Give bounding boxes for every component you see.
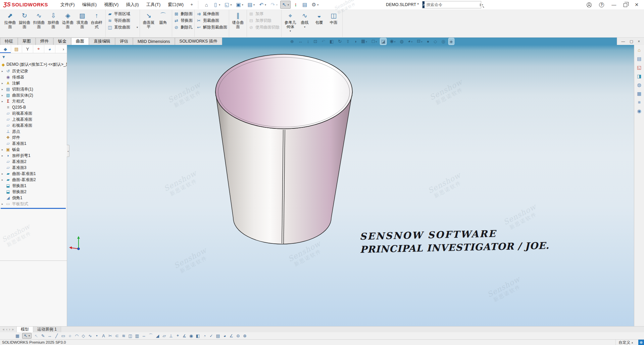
document-tab[interactable]: 模型 bbox=[17, 327, 33, 332]
command-tab[interactable]: 评估 bbox=[115, 38, 133, 45]
tree-item[interactable]: ▸ A 注解 bbox=[0, 80, 67, 86]
expand-arrow-icon[interactable]: ▸ bbox=[2, 172, 5, 175]
close-button[interactable]: ✕ bbox=[635, 2, 639, 7]
command-tab[interactable]: 焊件 bbox=[36, 38, 53, 45]
quickbar-button[interactable]: ↖ bbox=[280, 1, 291, 9]
tab-nav-icon[interactable]: » bbox=[12, 328, 14, 331]
toolbar-tool-icon[interactable]: ⇔ bbox=[142, 334, 146, 338]
menu-item[interactable]: 窗口(W) bbox=[164, 0, 187, 9]
graphics-area[interactable]: Senshow新思诺软件 Senshow新思诺软件 Senshow新思诺软件 S… bbox=[67, 45, 634, 326]
toolbar-tool-icon[interactable]: ▥ bbox=[135, 333, 139, 338]
view-toolbar-icon[interactable]: ↕ bbox=[306, 38, 310, 45]
toolbar-tool-icon[interactable]: ▱ bbox=[162, 333, 166, 338]
tab-nav-icon[interactable]: ‹ bbox=[6, 328, 7, 331]
toolbar-tool-icon[interactable]: ◧ bbox=[196, 333, 200, 338]
view-toolbar-icon[interactable]: ◑ bbox=[353, 38, 358, 45]
toolbar-tool-icon[interactable]: ○ bbox=[68, 334, 72, 338]
tree-item[interactable]: ▸ ▰ 曲面-基准面2 bbox=[0, 177, 67, 183]
tree-item[interactable]: ◉ 传感器 bbox=[0, 74, 67, 80]
tree-item[interactable]: ▸ ▧ 曲面实体(2) bbox=[0, 92, 67, 98]
tree-item[interactable]: ▸ ▰ 曲面-基准面1 bbox=[0, 171, 67, 177]
ribbon-button[interactable]: ∿扫描曲面 bbox=[32, 10, 46, 29]
view-toolbar-icon[interactable]: ◧ bbox=[329, 38, 335, 45]
view-toolbar-icon[interactable]: ◻ bbox=[370, 38, 378, 45]
tree-item[interactable]: ▱ 基准面1 bbox=[0, 140, 67, 147]
cylinder-model[interactable] bbox=[67, 45, 634, 326]
command-tab[interactable]: SOLIDWORKS 插件 bbox=[175, 38, 222, 45]
search-input[interactable] bbox=[425, 2, 480, 7]
view-toolbar-icon[interactable]: ↔ bbox=[297, 38, 304, 45]
ribbon-button[interactable]: ⌖参考几何体 bbox=[283, 10, 297, 34]
view-toolbar-icon[interactable]: ▦ bbox=[360, 38, 368, 45]
toolbar-tool-icon[interactable]: ✂ bbox=[108, 333, 112, 338]
ribbon-button[interactable]: ⊟加厚切除 bbox=[249, 18, 271, 23]
ribbon-button[interactable]: ⊞加厚 bbox=[249, 11, 263, 16]
toolbar-tool-icon[interactable]: ↔ bbox=[48, 334, 52, 338]
view-toolbar-icon[interactable]: ↻ bbox=[337, 38, 343, 45]
panel-tab[interactable]: ◆ bbox=[0, 45, 11, 53]
minimize-button[interactable]: — bbox=[611, 2, 616, 7]
customize-button[interactable]: 自定义▴ bbox=[615, 340, 636, 345]
tree-item[interactable]: ⬓ 替换面1 bbox=[0, 183, 67, 189]
expand-arrow-icon[interactable]: ▸ bbox=[2, 82, 5, 85]
tree-item[interactable]: ▸ ▣ 钣金 bbox=[0, 147, 67, 153]
toolbar-tool-icon[interactable]: ✎ bbox=[41, 333, 45, 338]
toolbar-tool-icon[interactable]: ✓ bbox=[209, 333, 213, 338]
toolbar-tool-icon[interactable]: ∠ bbox=[229, 333, 233, 338]
doc-window-button[interactable]: ▢ bbox=[630, 39, 633, 44]
tree-item[interactable]: ⬓ 替换面2 bbox=[0, 189, 67, 195]
tree-item[interactable]: ⊥ 原点 bbox=[0, 128, 67, 134]
view-toolbar-icon[interactable]: ● bbox=[426, 38, 430, 45]
ribbon-button[interactable]: ◒包覆 bbox=[312, 10, 326, 25]
view-toolbar-icon[interactable]: ⊡ bbox=[312, 38, 318, 45]
ribbon-button[interactable]: ⊠删除面 bbox=[174, 11, 193, 16]
quickbar-button[interactable]: ↶ bbox=[257, 1, 268, 9]
ribbon-button[interactable]: ⊘使用曲面切除 bbox=[249, 25, 280, 30]
toolbar-tool-icon[interactable]: ◫ bbox=[128, 333, 132, 338]
toolbar-tool-icon[interactable]: ◔ bbox=[202, 334, 206, 338]
ribbon-button[interactable]: ◫直纹曲面 bbox=[107, 25, 138, 30]
menu-item[interactable]: 工具(T) bbox=[143, 0, 164, 9]
task-pane-icon[interactable]: ⌂ bbox=[638, 47, 640, 53]
tree-item[interactable]: ❖ 焊件 bbox=[0, 134, 67, 140]
toolbar-tool-icon[interactable]: ◠ bbox=[75, 333, 79, 338]
quickbar-button[interactable]: ⚙ bbox=[310, 1, 320, 9]
toolbar-tool-icon[interactable]: ⊕ bbox=[243, 333, 247, 338]
ribbon-button[interactable]: ↑自由样式 bbox=[90, 10, 104, 29]
ribbon-button[interactable]: ↩解除剪裁曲面 bbox=[196, 25, 227, 30]
command-tab[interactable]: 直接编辑 bbox=[89, 38, 115, 45]
account-icon[interactable] bbox=[587, 2, 592, 7]
ribbon-button[interactable]: ↘曲面展平 bbox=[142, 10, 156, 29]
ribbon-button[interactable]: ⇉延伸曲面 bbox=[196, 11, 219, 16]
help-icon[interactable]: ? bbox=[599, 2, 604, 7]
view-toolbar-icon[interactable]: ◕ bbox=[407, 38, 413, 45]
view-toolbar-icon[interactable]: ◈ bbox=[449, 38, 454, 45]
toolbar-tool-icon[interactable]: ⊂ bbox=[115, 333, 119, 338]
tree-item[interactable]: ≡ Q235-B bbox=[0, 104, 67, 110]
ribbon-button[interactable]: ⌒圆角 bbox=[156, 10, 170, 25]
expand-arrow-icon[interactable]: ▸ bbox=[2, 70, 5, 73]
cylinder-opening[interactable] bbox=[215, 54, 352, 129]
task-pane-icon[interactable]: ▦ bbox=[637, 91, 641, 96]
tree-item[interactable]: ▱ 右视基准面 bbox=[0, 122, 67, 128]
toolbar-tool-icon[interactable]: ⌖ bbox=[176, 333, 180, 338]
menu-item[interactable]: 编辑(E) bbox=[79, 0, 100, 9]
tree-item[interactable]: ▸ Σ 方程式 bbox=[0, 98, 67, 104]
view-toolbar-icon[interactable]: ◉ bbox=[389, 38, 396, 45]
tree-item[interactable]: ◢ 倒角1 bbox=[0, 195, 67, 201]
toolbar-tool-icon[interactable]: ⊥ bbox=[169, 333, 173, 338]
toolbar-tool-icon[interactable]: ▤ bbox=[216, 333, 220, 338]
view-toolbar-icon[interactable]: ⊕ bbox=[289, 38, 295, 45]
tree-item[interactable]: ▱ 基准面2 bbox=[0, 159, 67, 165]
view-toolbar-icon[interactable]: ↶ bbox=[320, 38, 326, 45]
tree-item[interactable]: ▱ 上视基准面 bbox=[0, 116, 67, 122]
ribbon-button[interactable]: ✂剪裁曲面 bbox=[196, 18, 219, 23]
panel-tab[interactable]: ◕ bbox=[44, 45, 55, 53]
expand-arrow-icon[interactable]: ▸ bbox=[2, 88, 5, 91]
tab-nav-icon[interactable]: « bbox=[3, 328, 5, 331]
tree-item[interactable]: ▱ 基准面3 bbox=[0, 165, 67, 171]
ribbon-button[interactable]: ⇩放样曲面 bbox=[46, 10, 60, 29]
expand-arrow-icon[interactable]: ▸ bbox=[2, 100, 5, 103]
view-toolbar-icon[interactable]: ⊟ bbox=[416, 38, 423, 45]
tree-item[interactable]: ▱ 前视基准面 bbox=[0, 110, 67, 116]
